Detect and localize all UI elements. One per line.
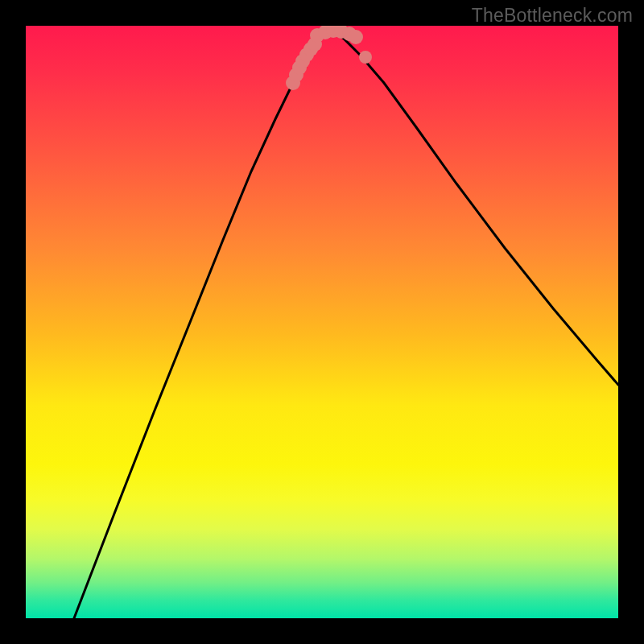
- curve-right: [330, 31, 618, 385]
- marker-group: [286, 26, 372, 90]
- outer-frame: TheBottleneck.com: [0, 0, 644, 644]
- data-marker: [359, 51, 372, 64]
- data-marker: [349, 30, 363, 44]
- watermark-text: TheBottleneck.com: [472, 5, 633, 27]
- chart-svg: [26, 26, 618, 618]
- plot-area: [26, 26, 618, 618]
- curve-left: [74, 31, 330, 618]
